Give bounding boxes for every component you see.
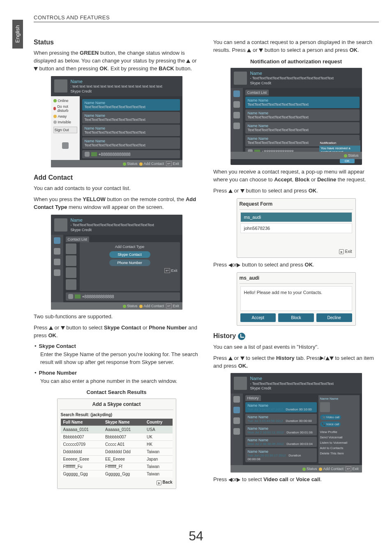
mood-text: - TextTextTextTextTextTextTextTextTextTe… bbox=[250, 76, 334, 81]
th-country: Country bbox=[144, 419, 172, 426]
text: to select the bbox=[244, 355, 276, 361]
add-to-contacts-item[interactable]: Add to Contacts bbox=[320, 445, 358, 451]
contact-name: Name Name bbox=[248, 124, 269, 128]
status-invisible[interactable]: Invisible bbox=[53, 119, 78, 125]
add-contact-p2: When you press the YELLOW button on the … bbox=[34, 196, 199, 211]
phone-row[interactable]: +8888888888888 bbox=[66, 292, 180, 301]
gear-icon[interactable] bbox=[62, 142, 69, 149]
contact-sub: TextTextTextTextTextTextTextTextText bbox=[248, 115, 309, 119]
contact-sub: TextTextTextTextTextTextTextTextText bbox=[85, 143, 146, 147]
history-row[interactable]: Name NameTue Jul 3 04:07:47 2012 Duratio… bbox=[245, 402, 317, 412]
text: or bbox=[288, 476, 296, 482]
invisible-dot-icon bbox=[53, 120, 57, 124]
table-row[interactable]: Ffffffffff_FuFffffffff_FfTaiwan bbox=[61, 463, 173, 470]
phone-number-button[interactable]: Phone Number bbox=[109, 259, 150, 266]
table-cell: Gggggg_Ggg bbox=[103, 470, 144, 478]
yellow-dot-icon bbox=[139, 162, 143, 166]
contact-name: Name Name bbox=[85, 139, 106, 143]
box-title: Request Form bbox=[240, 201, 353, 210]
history-icon[interactable] bbox=[233, 101, 240, 108]
history-tab-label: History bbox=[276, 355, 295, 361]
text: or bbox=[233, 188, 240, 194]
panel-footer: Status Add Contact ↩ Exit bbox=[51, 302, 182, 310]
side-contact-name: Name Name bbox=[320, 397, 358, 401]
contact-row[interactable]: Name NameTextTextTextTextTextTextTextTex… bbox=[245, 122, 360, 134]
accept-button[interactable]: Accept bbox=[240, 313, 276, 322]
contact-row[interactable]: Name NameTextTextTextTextTextTextTextTex… bbox=[82, 137, 180, 149]
contacts-icon[interactable] bbox=[54, 237, 60, 244]
gear-icon[interactable] bbox=[233, 123, 240, 129]
listen-voicemail-item[interactable]: Listen to Voicemail bbox=[320, 440, 358, 445]
gear-icon[interactable] bbox=[233, 428, 240, 435]
skype-contact-button[interactable]: Skype Contact bbox=[109, 251, 150, 258]
history-icon[interactable] bbox=[233, 407, 240, 413]
video-call-button[interactable]: 📹 Video call bbox=[320, 415, 341, 420]
voice-call-label: Voice call bbox=[296, 476, 320, 482]
contact-row[interactable]: Name NameTextTextTextTextTextTextTextTex… bbox=[245, 97, 360, 108]
contact-row[interactable]: Name NameTextTextTextTextTextTextTextTex… bbox=[82, 99, 180, 111]
table-row[interactable]: Cccccc0709Ccccc A01HK bbox=[61, 441, 173, 448]
table-cell: Taiwan bbox=[144, 470, 172, 478]
down-triangle-icon bbox=[330, 357, 334, 360]
up-triangle-icon bbox=[247, 49, 251, 52]
table-row[interactable]: Bbbbbb007Bbbbbb007UK bbox=[61, 433, 173, 441]
text: the request. bbox=[336, 176, 366, 183]
delete-item[interactable]: Delete This Item bbox=[320, 451, 358, 456]
status-online[interactable]: Online bbox=[53, 98, 78, 104]
label: Phone Number bbox=[39, 370, 77, 376]
skype-credit: Skype Credit bbox=[71, 228, 154, 233]
dialpad-icon[interactable] bbox=[54, 259, 60, 265]
history-side-panel: Name Name 📹 Video call 📞 Voice call View… bbox=[318, 395, 360, 463]
phone-number-label: Phone Number bbox=[149, 324, 187, 331]
text: Press bbox=[213, 188, 228, 194]
request-item[interactable]: john5678236 bbox=[240, 223, 352, 233]
press-select-text: Press or button to select Skype Contact … bbox=[34, 324, 199, 340]
msg-from: ms_audi bbox=[240, 275, 353, 284]
ok-button[interactable]: OK bbox=[340, 159, 355, 163]
sign-out-button[interactable]: Sign Out bbox=[53, 127, 77, 133]
footer-status: Status bbox=[348, 153, 359, 158]
status-away[interactable]: Away bbox=[53, 114, 78, 119]
contact-row[interactable]: Name NameTextTextTextTextTextTextTextTex… bbox=[82, 112, 180, 123]
request-form-box: Request Form ms_audi john5678236 Exit bbox=[237, 198, 356, 258]
hist-name: Name Name bbox=[248, 415, 269, 419]
history-row[interactable]: Name NameTue Jul 3 03:44:58 2012 Duratio… bbox=[245, 414, 317, 424]
table-row[interactable]: Gggggg_GggGggggg_GggTaiwan bbox=[61, 470, 173, 478]
panel-footer: Status Add Contact ↩ Exit bbox=[51, 160, 182, 167]
contacts-icon[interactable] bbox=[233, 396, 240, 403]
mood-text: - TextTextTextTextTextTextTextTextTextTe… bbox=[250, 382, 334, 387]
contact-row[interactable]: Name NameTextTextTextTextTextTextTextTex… bbox=[245, 109, 360, 121]
dialpad-icon[interactable] bbox=[233, 112, 240, 118]
panel-header: Name : text text text text text text tex… bbox=[51, 76, 182, 97]
text: tab. Press bbox=[295, 355, 320, 361]
th-fullname: Full Name bbox=[61, 419, 103, 426]
history-row[interactable]: Name NameMon Jul 2 06:36:49 2012 Duratio… bbox=[245, 437, 317, 447]
gear-icon[interactable] bbox=[54, 269, 60, 276]
history-row[interactable]: Name NameTue Jun 28 03:30:17 2012 Durati… bbox=[245, 448, 317, 462]
avatar-small bbox=[66, 255, 76, 266]
voice-call-button[interactable]: 📞 Voice call bbox=[320, 422, 341, 427]
history-icon[interactable] bbox=[54, 248, 60, 255]
block-button[interactable]: Block bbox=[278, 313, 314, 322]
status-dnd[interactable]: Do not disturb bbox=[53, 104, 78, 114]
phone-row[interactable]: +8888888888888 bbox=[82, 150, 180, 158]
send-request-text: You can send a contact request to a pers… bbox=[213, 39, 379, 54]
send-voicemail-item[interactable]: Send Voicemail bbox=[320, 435, 358, 440]
request-item-selected[interactable]: ms_audi bbox=[240, 212, 352, 222]
dialpad-icon[interactable] bbox=[233, 417, 240, 424]
history-row[interactable]: Name NameMon Jul 2 10:01:11 2012 Duratio… bbox=[245, 425, 317, 436]
contacts-icon[interactable] bbox=[233, 90, 240, 97]
view-profile-item[interactable]: View Profile bbox=[320, 429, 358, 435]
up-triangle-icon bbox=[49, 326, 53, 330]
contact-row[interactable]: Name NameTextTextTextTextTextTextTextTex… bbox=[82, 125, 180, 136]
panel-sidebar bbox=[51, 235, 63, 302]
table-row[interactable]: Eeeeee_EeeeEE_EeeeeJapan bbox=[61, 456, 173, 463]
table-row[interactable]: DdddddddDdddddd DddTaiwan bbox=[61, 448, 173, 456]
decline-button[interactable]: Decline bbox=[316, 313, 352, 322]
footer-add: Add Contact bbox=[323, 467, 344, 471]
hist-time: Tue Jun 28 03:30:17 2012 bbox=[248, 454, 286, 457]
label: History bbox=[213, 332, 236, 339]
page-header: CONTROLS AND FEATURES bbox=[34, 14, 379, 22]
table-row[interactable]: Aaaaaa_0101Aaaaaa_0101USA bbox=[61, 426, 173, 433]
back-label: Back bbox=[163, 480, 173, 484]
